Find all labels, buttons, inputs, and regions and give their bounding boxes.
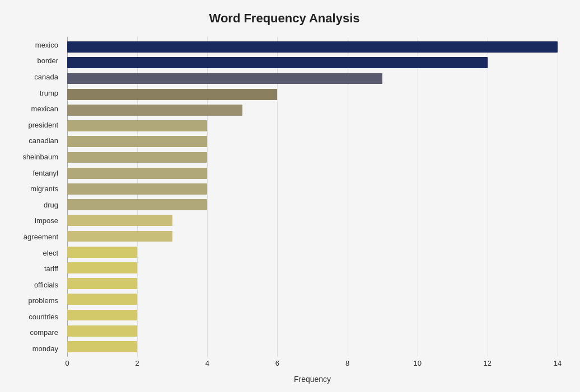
bar-compare [67,325,137,337]
x-tick-2: 2 [135,359,139,367]
bar-tariff [67,262,137,273]
y-label-mexican: mexican [31,101,63,117]
x-tick-10: 10 [413,359,421,367]
y-label-elect: elect [43,245,63,261]
y-label-canada: canada [34,69,63,85]
x-tick-0: 0 [65,359,69,367]
x-tick-14: 14 [554,359,562,367]
bar-agreement [67,231,172,242]
y-label-tariff: tariff [44,261,63,277]
y-label-migrants: migrants [30,181,63,197]
y-label-fentanyl: fentanyl [32,165,63,181]
bar-row-tariff [67,260,558,276]
y-axis-labels: mexicobordercanadatrumpmexicanpresidentc… [11,37,67,357]
y-label-monday: monday [32,341,63,357]
x-tick-8: 8 [345,359,349,367]
y-label-president: president [29,117,63,133]
bar-row-officials [67,276,558,291]
bar-border [67,57,488,68]
bar-row-impose [67,212,558,228]
y-label-impose: impose [35,213,63,229]
bar-row-migrants [67,181,558,197]
bar-row-trump [67,87,558,102]
grid-line-14 [558,37,558,357]
bar-row-canada [67,70,558,86]
bar-row-fentanyl [67,166,558,181]
bar-row-border [67,55,558,70]
x-axis-ticks: 02468101214 [67,357,558,374]
bar-fentanyl [67,168,207,179]
plot-area [67,37,558,357]
x-tick-4: 4 [205,359,209,367]
y-label-countries: countries [29,309,63,325]
bar-problems [67,294,137,305]
y-label-mexico: mexico [35,37,63,53]
bar-trump [67,89,277,100]
bar-impose [67,215,172,226]
bar-mexico [67,41,558,53]
bar-countries [67,310,137,321]
bar-row-canadian [67,134,558,149]
bar-row-compare [67,323,558,339]
x-tick-6: 6 [275,359,279,367]
bar-migrants [67,183,207,195]
x-tick-12: 12 [484,359,492,367]
bar-drug [67,199,207,210]
bar-row-president [67,118,558,134]
y-label-trump: trump [40,85,63,101]
bar-row-countries [67,307,558,323]
bar-mexican [67,105,242,116]
y-label-compare: compare [30,325,63,341]
bar-row-elect [67,244,558,260]
bar-officials [67,278,137,289]
bar-row-agreement [67,228,558,244]
bar-row-mexico [67,39,558,55]
bar-canada [67,73,382,84]
bar-row-problems [67,291,558,307]
y-label-canadian: canadian [29,133,63,149]
bar-row-mexican [67,102,558,118]
y-label-agreement: agreement [24,229,63,245]
y-label-border: border [37,53,63,69]
bars-wrapper [67,37,558,357]
bar-monday [67,341,137,352]
bar-canadian [67,136,207,147]
y-label-problems: problems [29,293,63,309]
y-label-officials: officials [34,277,63,293]
bar-row-drug [67,197,558,212]
chart-container: Word Frequency Analysis mexicobordercana… [0,0,580,392]
bar-row-sheinbaum [67,149,558,165]
chart-title: Word Frequency Analysis [11,11,558,26]
y-label-sheinbaum: sheinbaum [22,149,63,165]
x-axis-label: Frequency [67,375,558,384]
y-label-drug: drug [44,197,63,213]
bar-sheinbaum [67,152,207,163]
bar-row-monday [67,339,558,355]
bar-president [67,120,207,131]
bar-elect [67,247,137,258]
